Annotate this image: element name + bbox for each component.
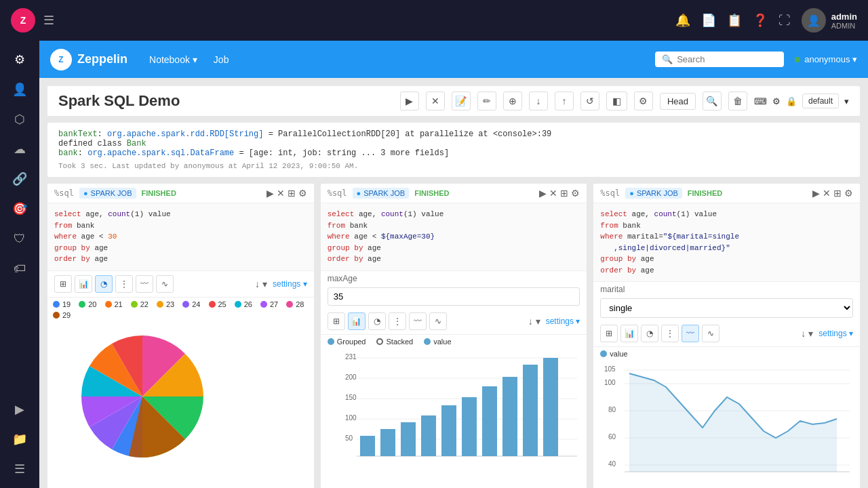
cell2-download-icon[interactable]: ↓ [528, 316, 533, 327]
nav-notebook[interactable]: Notebook ▾ [144, 52, 203, 68]
fullscreen-icon[interactable]: ⛶ [778, 14, 791, 28]
cell1-header-label: %sql [54, 188, 74, 198]
cell2-bar-btn[interactable]: 📊 [348, 312, 366, 330]
cell2-settings-link[interactable]: settings ▾ [546, 317, 580, 326]
svg-text:150: 150 [345, 394, 357, 401]
clipboard-icon[interactable]: 📋 [727, 13, 742, 28]
cell3-spark-badge: ● SPARK JOB [625, 188, 682, 199]
edit-button[interactable]: ✏ [477, 92, 496, 110]
cell1-bar-btn[interactable]: 📊 [75, 275, 92, 293]
document-icon[interactable]: 📄 [701, 13, 716, 28]
cell1-table-btn[interactable]: ⊞ [54, 275, 72, 293]
cell2-spark-badge: ● SPARK JOB [353, 188, 410, 199]
stop-all-button[interactable]: ✕ [426, 92, 445, 110]
sidebar-item-folder[interactable]: 📁 [6, 426, 33, 453]
sidebar-item-menu[interactable]: ☰ [6, 455, 33, 483]
cell3-gear-icon[interactable]: ⚙ [844, 188, 853, 199]
cell3-settings-link[interactable]: settings ▾ [818, 329, 853, 338]
cell1-run-icon[interactable]: ▶ [267, 188, 274, 199]
cell2-gear-icon[interactable]: ⚙ [571, 188, 580, 199]
output-line2: defined class Bank [58, 139, 849, 148]
default-label[interactable]: default [802, 94, 839, 108]
hamburger-button[interactable]: ☰ [43, 13, 54, 28]
cell3-table-icon[interactable]: ⊞ [833, 188, 842, 199]
cell1-pie-btn[interactable]: ◔ [95, 275, 113, 293]
cell1-download-icon[interactable]: ↓ [255, 279, 260, 289]
sidebar-item-cluster[interactable]: ⬡ [6, 106, 33, 133]
anonymous-label: anonymous ▾ [804, 54, 857, 64]
lock-icon[interactable]: 🔒 [786, 96, 797, 106]
search-box[interactable]: 🔍 [655, 52, 784, 67]
cell2-line-btn[interactable]: 〰 [409, 312, 427, 330]
cell3-line-btn[interactable]: 〰 [682, 325, 699, 342]
cell2-table-btn[interactable]: ⊞ [328, 312, 345, 330]
delete-button[interactable]: 🗑 [728, 92, 747, 110]
clear-output-button[interactable]: 📝 [452, 92, 471, 110]
cell3-download-icon[interactable]: ↓ [801, 328, 806, 339]
svg-rect-13 [401, 422, 416, 456]
cell2-table-icon[interactable]: ⊞ [560, 188, 568, 199]
cell1-area-btn[interactable]: ∿ [156, 275, 174, 293]
cell2-run-icon[interactable]: ▶ [539, 188, 547, 199]
spark-cell-3: %sql ● SPARK JOB FINISHED ▶ ✕ ⊞ ⚙ select… [593, 184, 860, 488]
cell1-gear-icon[interactable]: ⚙ [298, 188, 307, 199]
sidebar-item-target[interactable]: 🎯 [6, 195, 33, 222]
nav-job[interactable]: Job [208, 52, 235, 68]
sidebar-item-cloud[interactable]: ☁ [6, 136, 33, 163]
settings-icon[interactable]: ⚙ [772, 96, 781, 106]
cell2-param-input[interactable] [328, 287, 580, 306]
cell1-scatter-btn[interactable]: ⋮ [115, 275, 133, 293]
cell3-run-icon[interactable]: ▶ [812, 188, 820, 199]
notebook-title-bar: Spark SQL Demo ▶ ✕ 📝 ✏ ⊕ ↓ ↑ ↺ ◧ ⚙ Head … [47, 86, 860, 116]
cell1-stop-icon[interactable]: ✕ [277, 188, 285, 199]
sidebar-item-settings[interactable]: ⚙ [6, 46, 33, 73]
cell2-pie-btn[interactable]: ◔ [368, 312, 386, 330]
cell1-status: FINISHED [142, 189, 176, 197]
cell1-code: select age, count(1) value from bank whe… [47, 203, 314, 271]
username: admin [831, 12, 857, 22]
cell3-scatter-btn[interactable]: ⋮ [661, 325, 679, 342]
cell3-pie-btn[interactable]: ◔ [641, 325, 658, 342]
cell2-code: select age, count(1) value from bank whe… [321, 203, 587, 271]
anonymous-badge[interactable]: anonymous ▾ [795, 54, 857, 64]
cell2-scatter-btn[interactable]: ⋮ [389, 312, 406, 330]
clone-button[interactable]: ⊕ [503, 92, 522, 110]
cell2-stop-icon[interactable]: ✕ [549, 188, 557, 199]
sidebar-item-terminal[interactable]: ▶ [6, 396, 33, 423]
cell1-line-btn[interactable]: 〰 [136, 275, 153, 293]
run-all-button[interactable]: ▶ [400, 92, 419, 110]
cell3-table-btn[interactable]: ⊞ [600, 325, 618, 342]
cell3-stop-icon[interactable]: ✕ [823, 188, 831, 199]
cell3-area-btn[interactable]: ∿ [702, 325, 719, 342]
head-button[interactable]: Head [660, 93, 696, 110]
top-nav-left: Z ☰ [11, 8, 54, 33]
cell3-legend-value: value [610, 350, 627, 358]
sidebar-item-user[interactable]: 👤 [6, 76, 33, 103]
cell1-more-icon[interactable]: ▾ [262, 279, 267, 289]
cell1-table-icon[interactable]: ⊞ [288, 188, 296, 199]
user-info: admin ADMIN [831, 12, 857, 30]
help-icon[interactable]: ❓ [753, 13, 768, 28]
cell2-area-btn[interactable]: ∿ [429, 312, 447, 330]
sidebar-item-connect[interactable]: 🔗 [6, 165, 33, 192]
cell3-more-icon[interactable]: ▾ [808, 328, 813, 339]
cell1-settings-link[interactable]: settings ▾ [273, 279, 307, 289]
cell1-pie-svg [54, 329, 231, 464]
import-button[interactable]: ↑ [555, 92, 574, 110]
search-button[interactable]: 🔍 [703, 92, 722, 110]
cell3-bar-btn[interactable]: 📊 [620, 325, 638, 342]
chevron-down-icon[interactable]: ▾ [844, 96, 849, 106]
cell2-more-icon[interactable]: ▾ [536, 316, 540, 327]
hide-code-button[interactable]: ◧ [606, 92, 627, 110]
search-input[interactable] [677, 54, 777, 64]
cell3-param-select[interactable]: single divorced married [600, 298, 853, 318]
settings-button[interactable]: ⚙ [634, 92, 653, 110]
refresh-button[interactable]: ↺ [580, 92, 599, 110]
cell3-header-label: %sql [600, 188, 620, 198]
notification-icon[interactable]: 🔔 [675, 13, 690, 28]
sidebar-item-tag[interactable]: 🏷 [6, 255, 33, 282]
app-logo[interactable]: Z [11, 8, 35, 33]
cell2-chart-area: 231 200 150 100 50 [321, 348, 587, 489]
export-button[interactable]: ↓ [529, 92, 548, 110]
sidebar-item-shield[interactable]: 🛡 [6, 225, 33, 252]
